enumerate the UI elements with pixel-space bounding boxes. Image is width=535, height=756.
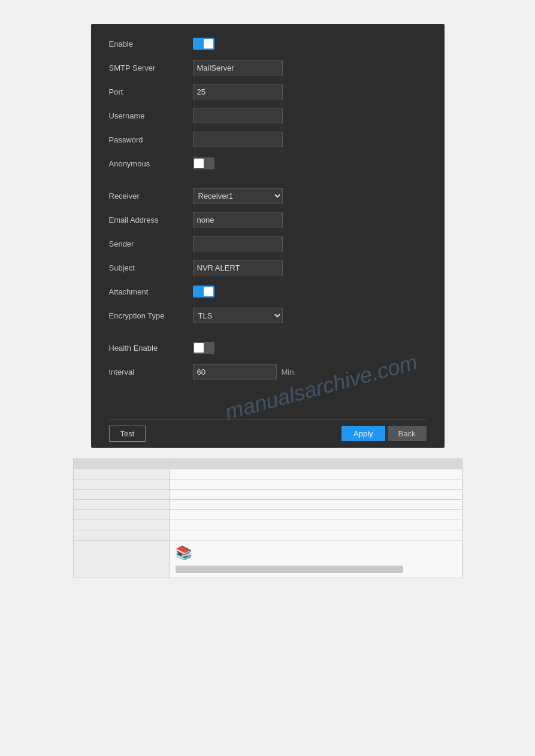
anonymous-toggle-knob <box>194 159 204 168</box>
smtp-server-row: SMTP Server <box>109 60 427 75</box>
back-button[interactable]: Back <box>388 426 427 441</box>
table-row <box>73 510 462 520</box>
email-address-label: Email Address <box>109 215 193 224</box>
sender-row: Sender <box>109 236 427 251</box>
table-cell-value <box>169 510 462 520</box>
table-cell-label <box>73 500 169 510</box>
password-input[interactable] <box>193 132 283 147</box>
config-panel: Enable SMTP Server Port Username Passwor… <box>91 24 445 448</box>
enable-toggle[interactable] <box>193 38 214 50</box>
receiver-select[interactable]: Receiver1 Receiver2 Receiver3 <box>193 188 283 204</box>
email-address-row: Email Address <box>109 212 427 227</box>
health-enable-toggle[interactable] <box>193 342 214 354</box>
sender-label: Sender <box>109 239 193 248</box>
port-label: Port <box>109 87 193 96</box>
receiver-label: Receiver <box>109 192 193 201</box>
username-row: Username <box>109 108 427 123</box>
table-cell-value <box>169 520 462 530</box>
interval-input[interactable] <box>193 364 277 379</box>
table-cell-value <box>169 479 462 490</box>
table-cell-value <box>169 469 462 479</box>
interval-unit: Min. <box>282 368 297 377</box>
action-buttons: Apply Back <box>341 426 426 441</box>
attachment-row: Attachment <box>109 284 427 299</box>
gray-bar <box>176 566 403 573</box>
table-row-icon: 📚 <box>73 541 462 578</box>
interval-row: Interval Min. <box>109 364 427 379</box>
attachment-toggle[interactable] <box>193 286 214 297</box>
table-cell-label <box>73 490 169 500</box>
smtp-server-input[interactable] <box>193 60 283 75</box>
interval-label: Interval <box>109 368 193 377</box>
encryption-type-select[interactable]: TLS SSL None <box>193 308 283 323</box>
table-header-col2 <box>169 459 462 469</box>
config-footer: Test Apply Back <box>109 419 427 448</box>
table-header-col1 <box>73 459 169 469</box>
apply-button[interactable]: Apply <box>341 426 385 441</box>
table-cell-label <box>73 541 169 578</box>
attachment-label: Attachment <box>109 287 193 296</box>
table-row <box>73 469 462 479</box>
port-input[interactable] <box>193 84 283 99</box>
attachment-toggle-knob <box>204 287 213 296</box>
username-label: Username <box>109 111 193 120</box>
subject-input[interactable] <box>193 260 283 275</box>
table-row <box>73 479 462 490</box>
sender-input[interactable] <box>193 236 283 251</box>
test-button[interactable]: Test <box>109 426 146 442</box>
health-enable-row: Health Enable <box>109 340 427 356</box>
password-label: Password <box>109 135 193 144</box>
table-row <box>73 500 462 510</box>
encryption-type-label: Encryption Type <box>109 311 193 320</box>
table-header-row <box>73 459 462 469</box>
subject-row: Subject <box>109 260 427 275</box>
interval-input-group: Min. <box>193 364 297 379</box>
receiver-row: Receiver Receiver1 Receiver2 Receiver3 <box>109 188 427 204</box>
enable-label: Enable <box>109 40 193 48</box>
table-row <box>73 490 462 500</box>
table-cell-label <box>73 520 169 530</box>
password-row: Password <box>109 132 427 147</box>
table-cell-label <box>73 479 169 490</box>
port-row: Port <box>109 84 427 99</box>
table-cell-value <box>169 490 462 500</box>
table-cell-label <box>73 530 169 541</box>
smtp-server-label: SMTP Server <box>109 63 193 72</box>
table-cell-value <box>169 500 462 510</box>
health-enable-label: Health Enable <box>109 344 193 353</box>
username-input[interactable] <box>193 108 283 123</box>
subject-label: Subject <box>109 263 193 272</box>
table-cell-label <box>73 510 169 520</box>
anonymous-label: Anonymous <box>109 159 193 168</box>
watermark: manualsarchive.com <box>222 349 420 425</box>
page-wrapper: Enable SMTP Server Port Username Passwor… <box>0 0 535 756</box>
table-cell-icon: 📚 <box>169 541 462 578</box>
table-row <box>73 530 462 541</box>
table-row <box>73 520 462 530</box>
info-table: 📚 <box>73 459 463 578</box>
enable-row: Enable <box>109 36 427 51</box>
health-enable-toggle-knob <box>194 343 204 353</box>
email-address-input[interactable] <box>193 212 283 227</box>
table-cell-value <box>169 530 462 541</box>
anonymous-row: Anonymous <box>109 156 427 171</box>
anonymous-toggle[interactable] <box>193 157 214 169</box>
book-icon: 📚 <box>176 545 192 561</box>
enable-toggle-knob <box>204 39 213 48</box>
encryption-type-row: Encryption Type TLS SSL None <box>109 308 427 323</box>
table-cell-label <box>73 469 169 479</box>
